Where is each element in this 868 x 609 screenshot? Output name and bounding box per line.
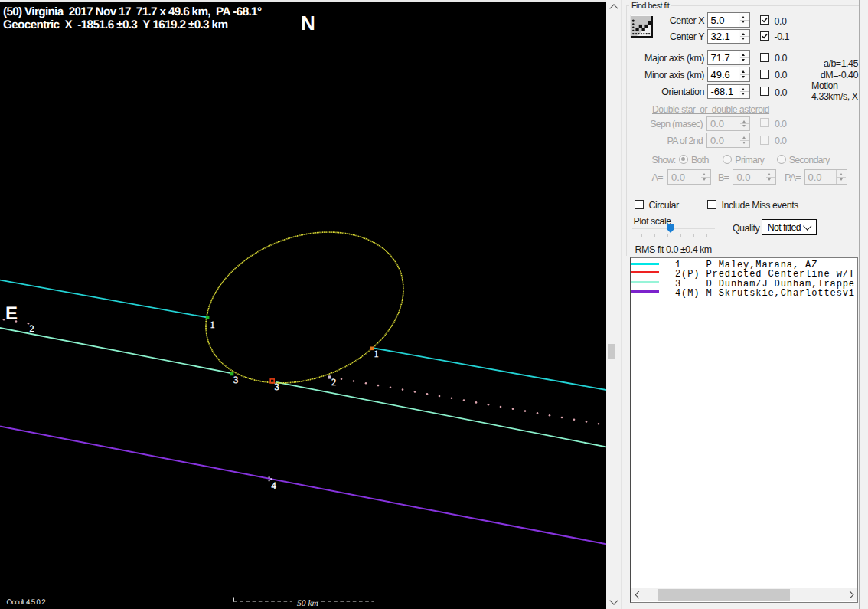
svg-text:Occult 4.5.0.2: Occult 4.5.0.2 xyxy=(7,598,46,607)
svg-text:3: 3 xyxy=(275,381,279,392)
svg-text:50 km: 50 km xyxy=(297,599,318,608)
svg-text:1: 1 xyxy=(210,319,215,330)
svg-text:4: 4 xyxy=(272,480,277,491)
svg-text:2: 2 xyxy=(30,323,34,334)
svg-text:3: 3 xyxy=(233,375,238,385)
svg-text:1: 1 xyxy=(374,349,379,359)
svg-text:Geocentric X -1851.6 ±0.3 Y: Geocentric X -1851.6 ±0.3 Y 1619.2 ±0.3 … xyxy=(3,18,228,31)
svg-text:(50) Virginia 2017 Nov 17 71: (50) Virginia 2017 Nov 17 71.7 x 49.6 km… xyxy=(3,5,262,18)
svg-text:2: 2 xyxy=(331,377,336,388)
svg-text:N: N xyxy=(301,11,315,34)
